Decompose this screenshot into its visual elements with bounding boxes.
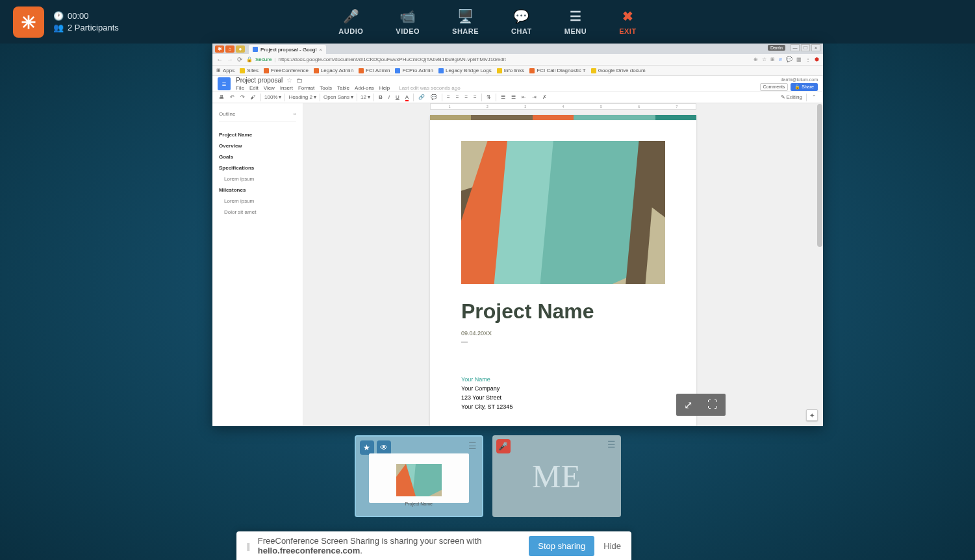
user-email[interactable]: darrin@iotum.com — [781, 77, 818, 82]
bookmark-item[interactable]: FCI Call Diagnostic T — [529, 68, 585, 73]
browser-tab[interactable]: Project proposal - Googl × — [249, 45, 326, 54]
hide-button[interactable]: Hide — [603, 541, 621, 551]
kebab-icon[interactable]: ⋮ — [805, 57, 811, 62]
align-right-icon[interactable]: ≡ — [463, 94, 469, 100]
undo-icon[interactable]: ↶ — [229, 94, 236, 100]
explore-button[interactable]: ✦ — [806, 409, 818, 421]
link-icon[interactable]: 🔗 — [417, 94, 426, 100]
chat-button[interactable]: 💬CHAT — [511, 9, 532, 35]
bullist-icon[interactable]: ☰ — [510, 94, 517, 100]
bookmark-item[interactable]: Info links — [497, 68, 525, 73]
participants-icon: 👥 — [53, 22, 64, 34]
numlist-icon[interactable]: ☰ — [500, 94, 507, 100]
bookmark-item[interactable]: Legacy Admin — [314, 68, 353, 73]
italic-icon[interactable]: I — [387, 94, 391, 100]
redo-icon[interactable]: ↷ — [239, 94, 246, 100]
font-dropdown[interactable]: Open Sans ▾ — [323, 94, 353, 100]
star-icon[interactable]: ☆ — [762, 57, 766, 62]
self-thumbnail[interactable]: 🎤 ☰ ME — [492, 435, 621, 517]
docs-share-button[interactable]: 🔒 Share — [791, 83, 818, 91]
paint-icon[interactable]: 🖌 — [249, 94, 257, 100]
menu-file[interactable]: File — [236, 85, 244, 91]
bookmark-item[interactable]: Legacy Bridge Logs — [438, 68, 492, 73]
outline-item[interactable]: Lorem ipsum — [219, 173, 296, 185]
cast-icon[interactable]: ⎚ — [779, 57, 782, 62]
chevron-up-icon[interactable]: ⌃ — [811, 94, 818, 100]
bookmark-item[interactable]: FCPro Admin — [395, 68, 433, 73]
audio-button[interactable]: 🎤AUDIO — [338, 9, 363, 35]
menu-insert[interactable]: Insert — [280, 85, 293, 91]
grid-icon[interactable]: ⊞ — [770, 57, 775, 62]
bookmark-item[interactable]: FreeConference — [264, 68, 309, 73]
menu-format[interactable]: Format — [298, 85, 314, 91]
chrome-user-badge[interactable]: Darrin — [768, 45, 785, 51]
align-left-icon[interactable]: ≡ — [446, 94, 451, 100]
bookmark-item[interactable]: Google Drive docum — [591, 68, 646, 73]
star-doc-icon[interactable]: ☆ — [286, 77, 292, 84]
stop-sharing-button[interactable]: Stop sharing — [529, 536, 594, 556]
muted-mic-icon[interactable]: 🎤 — [496, 439, 511, 453]
menu-addons[interactable]: Add-ons — [355, 85, 374, 91]
bold-icon[interactable]: B — [377, 94, 384, 100]
linespacing-icon[interactable]: ⇅ — [485, 94, 492, 100]
scrollbar[interactable] — [817, 103, 823, 426]
clear-format-icon[interactable]: ✗ — [541, 94, 548, 100]
google-docs-logo-icon[interactable]: ≡ — [218, 77, 231, 90]
fullscreen-icon[interactable]: ⛶ — [707, 399, 718, 411]
editing-mode-dropdown[interactable]: ✎ Editing — [781, 94, 802, 100]
style-dropdown[interactable]: Heading 2 ▾ — [288, 94, 316, 100]
align-justify-icon[interactable]: ≡ — [472, 94, 478, 100]
tab-close-icon[interactable]: × — [319, 47, 322, 53]
url-field[interactable]: 🔒 Secure | https://docs.google.com/docum… — [246, 57, 750, 62]
document-canvas[interactable]: 1234567 Project Name — [303, 103, 823, 426]
indent-dec-icon[interactable]: ⇤ — [520, 94, 527, 100]
outline-item[interactable]: Overview — [219, 140, 296, 151]
comment-icon[interactable]: 💬 — [429, 94, 438, 100]
back-icon[interactable]: ← — [216, 56, 223, 63]
document-title[interactable]: Project proposal — [236, 77, 283, 84]
menu-edit[interactable]: Edit — [249, 85, 259, 91]
align-center-icon[interactable]: ≡ — [455, 94, 461, 100]
underline-icon[interactable]: U — [394, 94, 401, 100]
presenter-thumbnail[interactable]: ★ 👁 ☰ Project Name — [355, 435, 483, 517]
sharing-message: FreeConference Screen Sharing is sharing… — [258, 536, 520, 555]
outline-item[interactable]: Lorem ipsum — [219, 196, 296, 207]
outline-item[interactable]: Project Name — [219, 129, 296, 140]
outline-item[interactable]: Milestones — [219, 185, 296, 196]
thumb-menu-icon[interactable]: ☰ — [607, 439, 616, 450]
window-minimize-icon[interactable]: — — [791, 44, 800, 51]
outline-item[interactable]: Goals — [219, 151, 296, 162]
outline-item[interactable]: Specifications — [219, 162, 296, 173]
share-button[interactable]: 🖥️SHARE — [452, 9, 479, 35]
menu-tools[interactable]: Tools — [320, 85, 332, 91]
forward-icon[interactable]: → — [227, 56, 233, 63]
fontsize-dropdown[interactable]: 12 ▾ — [361, 94, 370, 100]
zoom-dropdown[interactable]: 100% ▾ — [264, 94, 281, 100]
apps-icon[interactable]: ⊞ Apps — [216, 68, 234, 73]
textcolor-icon[interactable]: A — [404, 94, 410, 100]
chat-ext-icon[interactable]: 💬 — [786, 57, 792, 62]
menu-table[interactable]: Table — [337, 85, 349, 91]
window-maximize-icon[interactable]: ☐ — [801, 44, 810, 51]
thumb-menu-icon[interactable]: ☰ — [468, 440, 477, 451]
bookmark-item[interactable]: FCI Admin — [359, 68, 390, 73]
menu-view[interactable]: View — [264, 85, 275, 91]
zoom-icon[interactable]: ⊕ — [753, 57, 758, 62]
blocker-icon[interactable]: ⬢ — [815, 57, 819, 62]
exit-button[interactable]: ✖EXIT — [619, 9, 636, 35]
window-close-icon[interactable]: × — [811, 44, 820, 51]
drag-handle-icon[interactable]: || — [247, 541, 249, 551]
ext-icon[interactable]: ▦ — [796, 57, 802, 62]
folder-icon[interactable]: 🗀 — [296, 77, 303, 84]
comments-button[interactable]: Comments — [760, 83, 789, 91]
outline-item[interactable]: Dolor sit amet — [219, 207, 296, 218]
reload-icon[interactable]: ⟳ — [237, 56, 242, 63]
expand-icon[interactable]: ⤢ — [684, 399, 692, 411]
print-icon[interactable]: 🖶 — [218, 94, 225, 100]
bookmark-item[interactable]: Sites — [240, 68, 259, 73]
video-button[interactable]: 📹VIDEO — [396, 9, 420, 35]
menu-button[interactable]: ☰MENU — [564, 9, 587, 35]
menu-help[interactable]: Help — [379, 85, 390, 91]
indent-inc-icon[interactable]: ⇥ — [531, 94, 538, 100]
close-outline-icon[interactable]: × — [293, 111, 296, 117]
